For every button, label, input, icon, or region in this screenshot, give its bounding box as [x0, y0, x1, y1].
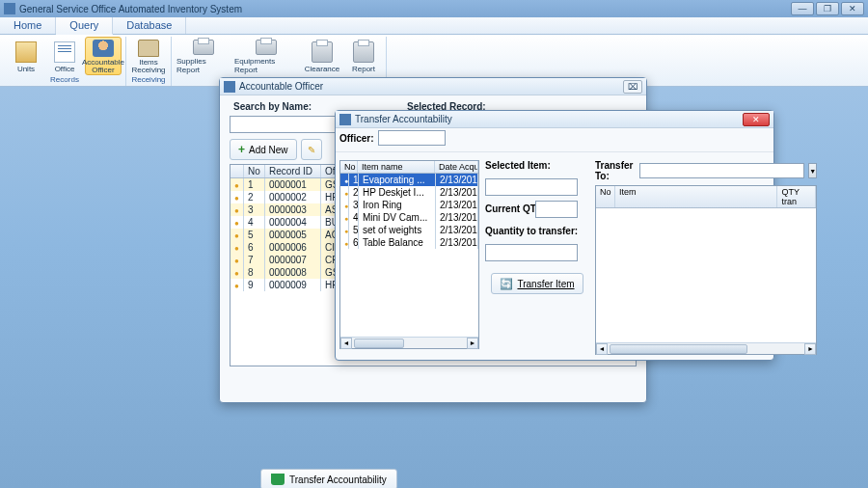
item-row[interactable]: ●3Iron Ring2/13/2013 [340, 199, 478, 211]
search-by-name-label: Search by Name: [233, 101, 349, 112]
scroll-right-icon[interactable]: ► [467, 338, 478, 349]
plus-icon: + [238, 143, 245, 156]
transfer-to-dropdown[interactable]: ▼ [808, 163, 817, 178]
tab-query[interactable]: Query [56, 17, 113, 35]
tab-database[interactable]: Database [113, 17, 186, 34]
clipboard-icon [138, 40, 159, 57]
scroll-right-icon[interactable]: ► [804, 343, 816, 355]
app-title: General Service Office Automated Invento… [19, 4, 242, 14]
maximize-button[interactable]: ❐ [816, 2, 839, 15]
tab-home[interactable]: Home [0, 17, 56, 34]
edit-button[interactable]: ✎ [301, 139, 322, 160]
ribbon-office[interactable]: Office [46, 37, 83, 75]
transfer-window-close[interactable]: ✕ [743, 113, 770, 126]
scroll-thumb[interactable] [354, 339, 404, 348]
officer-window-title: Accountable Officer [239, 81, 323, 92]
ribbon-group-receiving: Receiving [131, 75, 165, 84]
dest-scrollbar[interactable]: ◄ ► [596, 342, 816, 354]
transfer-window-title: Transfer Accountability [355, 114, 452, 124]
col-header-dest-no[interactable]: No [596, 186, 615, 207]
item-row[interactable]: ●6Table Balance2/13/2013 [340, 236, 478, 249]
current-qty-input[interactable] [535, 201, 578, 218]
transfer-accountability-window: Transfer Accountability ✕ Officer: No It… [335, 110, 774, 361]
ribbon-clearance[interactable]: Clearance [301, 37, 343, 75]
officer-window-close[interactable]: ⌧ [623, 80, 642, 94]
basket-icon [271, 474, 285, 485]
ribbon-accountable-officer[interactable]: Accountable Officer [85, 37, 122, 75]
office-icon [54, 41, 75, 63]
items-table[interactable]: No Item name Date Acquired ●1Evaporating… [339, 160, 479, 349]
col-header-date-acquired[interactable]: Date Acquired [435, 161, 478, 173]
ribbon-units[interactable]: Units [8, 37, 44, 75]
transfer-to-label: Transfer To: [595, 160, 636, 181]
ribbon-group-records: Records [50, 75, 79, 84]
ribbon-supplies-report[interactable]: Supplies Report [176, 37, 231, 75]
item-row[interactable]: ●4Mini DV Cam...2/13/2013 [340, 211, 478, 224]
destination-table[interactable]: No Item QTY tran ◄ ► [595, 185, 817, 355]
box-icon [15, 41, 37, 63]
window-icon [224, 81, 235, 93]
selected-item-label: Selected Item: [485, 160, 589, 171]
transfer-item-button[interactable]: 🔄Transfer Item [491, 273, 583, 294]
ribbon-items-receiving[interactable]: Items Receiving [130, 37, 167, 75]
menu-tabs: Home Query Database [0, 17, 868, 35]
app-icon [4, 3, 15, 14]
scroll-left-icon[interactable]: ◄ [596, 343, 608, 355]
officer-label: Officer: [339, 133, 374, 144]
minimize-button[interactable]: — [791, 2, 814, 15]
pencil-icon: ✎ [308, 145, 315, 155]
app-titlebar: General Service Office Automated Invento… [0, 0, 868, 17]
transfer-icon: 🔄 [500, 278, 513, 290]
items-scrollbar[interactable]: ◄ ► [340, 337, 478, 348]
transfer-to-input[interactable] [639, 163, 804, 178]
col-header-dest-qty[interactable]: QTY tran [777, 186, 816, 207]
item-row[interactable]: ●1Evaporating ...2/13/2013 [340, 174, 478, 186]
printer-icon [312, 41, 333, 63]
printer-icon [193, 40, 214, 55]
ribbon-equipments-report[interactable]: Equipments Report [233, 37, 299, 75]
transfer-accountability-button[interactable]: Transfer Accountability [260, 469, 397, 488]
qty-to-transfer-input[interactable] [485, 244, 578, 261]
scroll-left-icon[interactable]: ◄ [340, 338, 352, 349]
selected-item-input[interactable] [485, 178, 578, 196]
window-icon [339, 114, 351, 125]
qty-to-transfer-label: Quantity to transfer: [485, 226, 589, 236]
ribbon-report[interactable]: Report [345, 37, 382, 75]
col-header-no[interactable]: No [244, 165, 265, 177]
officer-input[interactable] [378, 130, 446, 146]
item-row[interactable]: ●2HP Deskjet I...2/13/2013 [340, 186, 478, 199]
item-row[interactable]: ●5set of weights2/13/2013 [340, 224, 478, 236]
printer-icon [256, 40, 277, 55]
person-icon [93, 40, 114, 57]
close-button[interactable]: ✕ [841, 2, 864, 15]
col-header-record[interactable]: Record ID [265, 165, 321, 177]
col-header-item-name[interactable]: Item name [358, 161, 435, 173]
scroll-thumb[interactable] [610, 344, 747, 354]
printer-icon [353, 41, 374, 63]
col-header-item-no[interactable]: No [340, 161, 358, 173]
col-header-dest-item[interactable]: Item [615, 186, 777, 207]
add-new-button[interactable]: +Add New [230, 139, 297, 160]
